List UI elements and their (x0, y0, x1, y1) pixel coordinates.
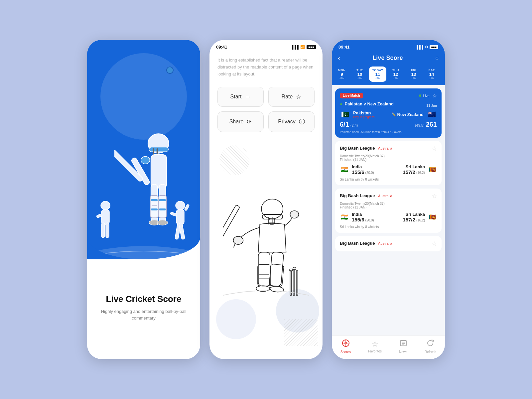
live-badge: Live Match (340, 93, 363, 98)
start-button[interactable]: Start → (217, 87, 264, 107)
day-num-sat: 14 (429, 72, 434, 77)
live-score-screen: 09:41 ▐▐▐ ⊙ ■■■ ‹ Live Score ○ MON 9 JAN… (332, 40, 445, 359)
page-title: Live Score (372, 55, 403, 62)
share-label: Share (229, 119, 244, 125)
scores-icon (342, 339, 350, 349)
league-country-3: Australia (378, 241, 392, 245)
rate-button[interactable]: Rate ☆ (268, 87, 315, 107)
privacy-button[interactable]: Privacy ⓘ (268, 111, 315, 132)
month-mon: JAN (339, 77, 344, 80)
day-num-today: 11 (375, 72, 380, 77)
month-fri: JAN (411, 77, 416, 80)
svg-rect-42 (258, 252, 270, 286)
status-bar-2: 09:41 ▐▐▐ 📶 ■■■ (209, 40, 323, 52)
svg-rect-52 (293, 269, 295, 295)
league-info-1: Big Bash League Australia (340, 145, 392, 151)
nav-favorites[interactable]: ☆ Favorites (368, 340, 382, 353)
team1-overs: (2.4) (350, 123, 358, 127)
team2-overs: (49.5) (415, 123, 425, 127)
match-teams-2: 🇮🇳 India 155/6 (20.0) Sri Lanka 157/2 (340, 212, 437, 222)
hatch-decoration-2 (284, 319, 318, 346)
fav-star-1[interactable]: ☆ (432, 145, 437, 152)
day-num-thu: 12 (393, 72, 398, 77)
team2-info-1: Sri Lanka 157/2 (16.2) (403, 164, 425, 175)
date-tab-sat[interactable]: SAT 14 JAN (423, 66, 440, 82)
svg-point-33 (261, 199, 283, 218)
team-left-2: 🇮🇳 India 155/6 (20.0) (340, 212, 374, 222)
day-num-fri: 13 (411, 72, 416, 77)
team2-name-sm-2: Sri Lanka (405, 212, 425, 217)
team1-overs-sm-2: (20.0) (365, 218, 374, 222)
svg-point-40 (233, 236, 243, 244)
status-time-2: 09:41 (216, 45, 227, 50)
date-tab-mon[interactable]: MON 9 JAN (333, 66, 350, 82)
team2-info: ✏️ New Zealand 🇳🇿 (391, 109, 437, 120)
match-card-1[interactable]: Big Bash League Australia ☆ Domestic Twe… (335, 141, 442, 185)
team1-name-sm-1: India (352, 164, 374, 169)
svg-rect-23 (101, 209, 109, 224)
fav-star-3[interactable]: ☆ (432, 240, 437, 247)
match-card-2[interactable]: Big Bash League Australia ☆ Domestic Twe… (335, 189, 442, 233)
day-name-tue: TUE (356, 68, 363, 72)
team1-overs-sm-1: (20.0) (365, 171, 374, 175)
rate-icon: ☆ (296, 93, 301, 100)
signal-icon-3: ▐▐▐ (415, 45, 423, 49)
day-name-thu: THU (392, 68, 399, 72)
green-dot: ● (340, 101, 342, 106)
svg-rect-44 (258, 264, 271, 286)
bottom-nav: Scores ☆ Favorites News (332, 335, 445, 359)
live-score-header: ‹ Live Score ○ (332, 52, 445, 66)
svg-point-22 (101, 201, 110, 210)
live-fav-star[interactable]: ☆ (432, 92, 437, 99)
team2-score-block: (49.5) 261 (415, 121, 437, 128)
month-tue: JAN (357, 77, 362, 80)
live-label: Live (423, 94, 430, 98)
match-result-1: Sri Lanka win by 8 wickets (340, 178, 437, 181)
search-button[interactable]: ○ (435, 55, 439, 62)
date-tabs-bar[interactable]: MON 9 JAN TUE 10 JAN TODAY 11 JAN THU 12… (332, 66, 445, 85)
team2-score-sm-2: 157/2 (403, 217, 415, 222)
date-tab-su[interactable]: SU 15 (441, 66, 445, 82)
day-name-fri: FRI (411, 68, 416, 72)
refresh-label: Refresh (425, 350, 436, 354)
splash-screen: Live Cricket Score Highly engaging and e… (87, 40, 200, 359)
svg-rect-28 (176, 209, 184, 224)
menu-description: It is a long established fact that a rea… (209, 52, 323, 80)
team2-info-2: Sri Lanka 157/2 (16.2) (403, 212, 425, 222)
svg-rect-2 (153, 148, 154, 155)
team-left-1: 🇮🇳 India 155/6 (20.0) (340, 164, 374, 175)
team2-overs-sm-2: (16.2) (416, 218, 425, 222)
date-tab-today[interactable]: TODAY 11 JAN (369, 66, 386, 82)
live-match-card[interactable]: Live Match Live ☆ ● Pakistan v New Zeala… (335, 88, 442, 138)
menu-screen: 09:41 ▐▐▐ 📶 ■■■ It is a long established… (209, 40, 323, 359)
team1-info-1: India 155/6 (20.0) (352, 164, 374, 175)
date-tab-tue[interactable]: TUE 10 JAN (351, 66, 368, 82)
nav-refresh[interactable]: Refresh (425, 339, 436, 354)
share-button[interactable]: Share ⟳ (217, 111, 264, 132)
cricket-ball (166, 66, 174, 74)
match-card-3-header: Big Bash League Australia ☆ (340, 240, 437, 247)
privacy-icon: ⓘ (299, 118, 305, 126)
live-match-date: 11 Jan (427, 104, 437, 107)
live-teams-row: 🇵🇰 Pakistan Play in progress 6/1 (2.4) (340, 109, 437, 128)
start-icon: → (245, 93, 251, 100)
day-num-tue: 10 (357, 72, 362, 77)
svg-rect-3 (157, 148, 158, 155)
fav-star-2[interactable]: ☆ (432, 193, 437, 200)
cricket-illustration (87, 40, 200, 259)
team2-flag-sm-1: 🇱🇰 (428, 165, 437, 174)
nav-news[interactable]: News (399, 339, 407, 354)
live-match-name: Pakistan v New Zealand (344, 101, 393, 106)
back-button[interactable]: ‹ (338, 54, 340, 62)
match-card-3[interactable]: Big Bash League Australia ☆ (335, 236, 442, 251)
team1-score-block: 6/1 (2.4) (340, 121, 375, 128)
matches-list: Live Match Live ☆ ● Pakistan v New Zeala… (332, 85, 445, 335)
splash-text-area: Live Cricket Score Highly engaging and e… (87, 259, 200, 359)
menu-illustration (209, 139, 323, 359)
date-tab-thu[interactable]: THU 12 JAN (387, 66, 404, 82)
team2-name-sm-1: Sri Lanka (405, 164, 425, 169)
nav-scores[interactable]: Scores (340, 339, 351, 354)
splash-illustration-area (87, 40, 200, 259)
day-name-today: TODAY (372, 68, 383, 72)
date-tab-fri[interactable]: FRI 13 JAN (405, 66, 422, 82)
